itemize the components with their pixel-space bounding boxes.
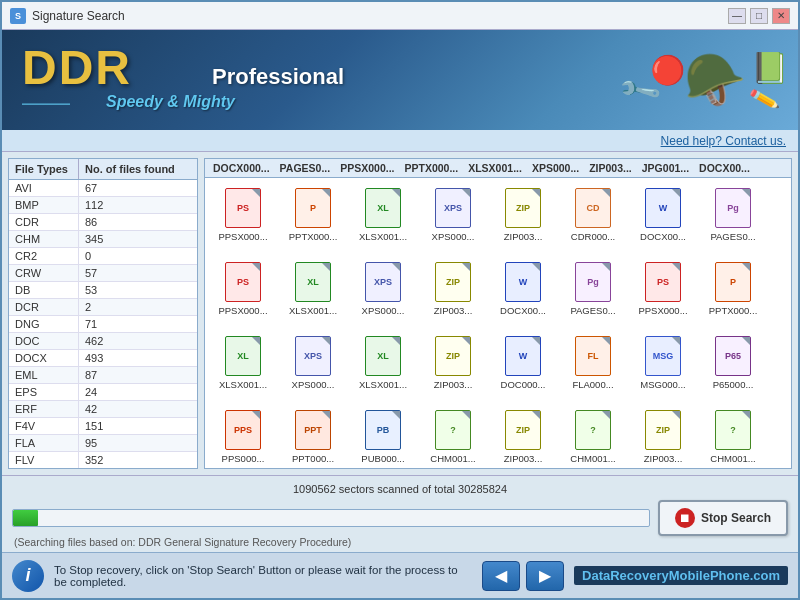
maximize-button[interactable]: □ [750,8,768,24]
file-icon: P [293,187,333,229]
file-item[interactable]: P PPTX000... [699,256,767,328]
nav-back-button[interactable]: ◀ [482,561,520,591]
ft-cell-type: DCR [9,299,79,315]
file-type-row[interactable]: CR2 0 [9,248,197,265]
file-type-label: MSG [653,351,674,361]
file-types-list[interactable]: AVI 67 BMP 112 CDR 86 CHM 345 CR2 0 CRW … [9,180,197,468]
file-item[interactable]: W DOCX00... [489,256,557,328]
tools-decoration: 🔧🔴 [616,46,692,113]
file-item[interactable]: P65 P65000... [699,330,767,402]
file-icon-base: XL [365,336,401,376]
ft-cell-count: 71 [79,316,197,332]
file-name: ZIP003... [434,379,473,390]
file-name: XPS000... [432,231,475,242]
file-type-row[interactable]: FLV 352 [9,452,197,468]
file-item[interactable]: PS PPSX000... [629,256,697,328]
file-item[interactable]: PS PPSX000... [209,182,277,254]
file-item[interactable]: XPS XPS000... [279,330,347,402]
file-type-row[interactable]: DOCX 493 [9,350,197,367]
file-type-row[interactable]: FLA 95 [9,435,197,452]
app-icon: S [10,8,26,24]
file-item[interactable]: Pg PAGES0... [699,182,767,254]
file-type-row[interactable]: DCR 2 [9,299,197,316]
file-item[interactable]: XL XLSX001... [209,330,277,402]
file-icon-base: P65 [715,336,751,376]
file-type-row[interactable]: DNG 71 [9,316,197,333]
files-header: DOCX000...PAGES0...PPSX000...PPTX000...X… [205,159,791,178]
file-type-label: XL [237,351,249,361]
header-banner: DDR Professional —— Speedy & Mighty 🔧🔴 🪖… [2,30,798,130]
ft-cell-count: 86 [79,214,197,230]
file-type-row[interactable]: CRW 57 [9,265,197,282]
file-type-row[interactable]: EML 87 [9,367,197,384]
files-header-item: ZIP003... [589,162,632,174]
file-type-label: XPS [444,203,462,213]
file-icon-base: XPS [365,262,401,302]
file-icon-base: ZIP [505,188,541,228]
file-item[interactable]: P PPTX000... [279,182,347,254]
file-item[interactable]: ZIP ZIP003... [419,256,487,328]
file-item[interactable]: ZIP ZIP003... [419,330,487,402]
file-item[interactable]: PS PPSX000... [209,256,277,328]
file-item[interactable]: W DOC000... [489,330,557,402]
file-item[interactable]: W DOCX00... [629,182,697,254]
stop-search-button[interactable]: ⏹ Stop Search [658,500,788,536]
file-item[interactable]: PB PUB000... [349,404,417,468]
file-name: ZIP003... [644,453,683,464]
ft-cell-type: BMP [9,197,79,213]
nav-forward-button[interactable]: ▶ [526,561,564,591]
file-item[interactable]: FL FLA000... [559,330,627,402]
file-type-row[interactable]: CDR 86 [9,214,197,231]
file-type-label: XL [307,277,319,287]
file-icon: XPS [433,187,473,229]
file-item[interactable]: XPS XPS000... [419,182,487,254]
file-item[interactable]: ? CHM001... [419,404,487,468]
close-button[interactable]: ✕ [772,8,790,24]
file-icon-base: ? [435,410,471,450]
file-type-label: FL [588,351,599,361]
file-type-row[interactable]: EPS 24 [9,384,197,401]
ft-cell-type: AVI [9,180,79,196]
file-icon-base: XPS [295,336,331,376]
file-item[interactable]: MSG MSG000... [629,330,697,402]
file-item[interactable]: PPS PPS000... [209,404,277,468]
file-item[interactable]: ZIP ZIP003... [629,404,697,468]
file-item[interactable]: ZIP ZIP003... [489,404,557,468]
file-type-row[interactable]: F4V 151 [9,418,197,435]
file-icon: XL [223,335,263,377]
ft-cell-type: CHM [9,231,79,247]
file-item[interactable]: ZIP ZIP003... [489,182,557,254]
file-type-row[interactable]: CHM 345 [9,231,197,248]
file-item[interactable]: ? CHM001... [699,404,767,468]
file-icon: MSG [643,335,683,377]
file-name: XLSX001... [219,379,267,390]
ft-cell-type: EML [9,367,79,383]
file-type-label: Pg [727,203,739,213]
file-type-row[interactable]: DB 53 [9,282,197,299]
files-grid-scroll[interactable]: PS PPSX000... P PPTX000... XL XLSX001... [205,178,791,468]
help-link[interactable]: Need help? Contact us. [661,134,786,148]
files-grid: PS PPSX000... P PPTX000... XL XLSX001... [209,182,787,468]
file-item[interactable]: ? CHM001... [559,404,627,468]
ft-cell-type: DOCX [9,350,79,366]
file-item[interactable]: XL XLSX001... [349,330,417,402]
file-item[interactable]: Pg PAGES0... [559,256,627,328]
file-item[interactable]: CD CDR000... [559,182,627,254]
file-type-row[interactable]: BMP 112 [9,197,197,214]
ft-cell-count: 0 [79,248,197,264]
files-header-item: JPG001... [642,162,689,174]
file-item[interactable]: XL XLSX001... [349,182,417,254]
window-title: Signature Search [32,9,728,23]
file-item[interactable]: XL XLSX001... [279,256,347,328]
file-icon: Pg [713,187,753,229]
file-name: PPTX000... [709,305,758,316]
minimize-button[interactable]: — [728,8,746,24]
tagline: Speedy & Mighty [106,93,235,111]
file-icon-base: P [295,188,331,228]
file-item[interactable]: XPS XPS000... [349,256,417,328]
file-type-row[interactable]: ERF 42 [9,401,197,418]
file-item[interactable]: PPT PPT000... [279,404,347,468]
ft-cell-type: ERF [9,401,79,417]
file-type-row[interactable]: AVI 67 [9,180,197,197]
file-type-row[interactable]: DOC 462 [9,333,197,350]
